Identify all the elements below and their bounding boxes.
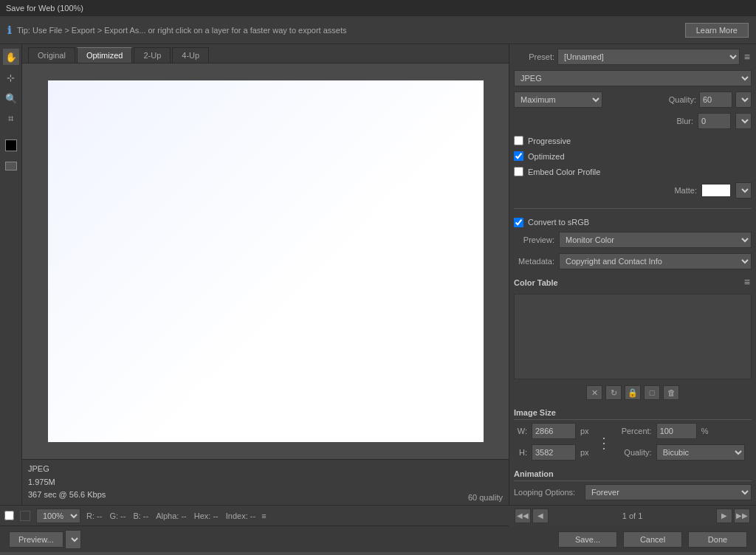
ct-refresh-btn[interactable]: ↻ (605, 385, 622, 400)
tab-original[interactable]: Original (28, 47, 75, 63)
ct-delete-btn[interactable]: ✕ (586, 385, 602, 400)
size-inputs-row: W: px H: px ⋮ Percent: (514, 423, 752, 463)
optimized-checkbox[interactable] (514, 151, 523, 161)
percent-input[interactable] (656, 423, 697, 439)
blur-dropdown[interactable]: ▼ (735, 113, 752, 129)
zoom-select[interactable]: 25% 50% 100% 200% 400% (36, 509, 80, 523)
nav-last-btn[interactable]: ▶▶ (734, 509, 750, 523)
progressive-row: Progressive (514, 136, 752, 145)
embed-color-checkbox[interactable] (514, 167, 523, 176)
w-px-label: px (580, 427, 589, 435)
matte-swatch[interactable] (701, 184, 731, 197)
status-bar-left: 25% 50% 100% 200% 400% R: -- G: -- B: --… (0, 509, 509, 523)
toggle-slices[interactable] (3, 158, 19, 174)
compression-quality-row: Low Medium High Very High Maximum Qualit… (514, 92, 752, 108)
image-info: JPEG 1.975M 367 sec @ 56.6 Kbps 60 quali… (22, 459, 509, 505)
nav-next-btn[interactable]: ▶ (716, 509, 732, 523)
canvas-image (48, 80, 484, 442)
chain-icon: ⋮ (597, 435, 611, 450)
ct-add-btn[interactable]: □ (644, 385, 660, 400)
footer-center: Save... Cancel Done (558, 531, 747, 548)
preset-label: Preset: (514, 52, 554, 61)
tab-optimized[interactable]: Optimized (77, 47, 133, 63)
nav-arrows-left: ◀◀ ◀ (515, 509, 549, 523)
ct-lock-btn[interactable]: 🔒 (625, 385, 641, 400)
embed-color-label: Embed Color Profile (528, 168, 600, 176)
compression-select[interactable]: Low Medium High Very High Maximum (514, 92, 602, 108)
nav-first-btn[interactable]: ◀◀ (515, 509, 531, 523)
h-px-label: px (580, 448, 589, 457)
hex-label: Hex: -- (194, 511, 219, 520)
color-table-header: Color Table ≡ (514, 275, 752, 289)
embed-color-row: Embed Color Profile (514, 167, 752, 176)
image-format: JPEG (28, 463, 106, 476)
footer-left: Preview... ▼ (9, 530, 81, 549)
save-button[interactable]: Save... (558, 531, 617, 548)
animation-title: Animation (514, 467, 752, 481)
image-quality-badge: 60 quality (468, 493, 503, 502)
percent-row: Percent: % (619, 423, 752, 439)
quality-input[interactable] (699, 92, 732, 108)
g-label: G: -- (109, 511, 126, 520)
b-label: B: -- (133, 511, 148, 520)
hand-tool[interactable]: ✋ (3, 49, 19, 65)
format-select[interactable]: JPEG GIF PNG-8 PNG-24 WBMP (514, 70, 752, 86)
convert-srgb-checkbox[interactable] (514, 218, 523, 227)
image-filesize: 1.975M (28, 476, 106, 489)
info-icon: ℹ (7, 24, 11, 36)
metadata-select[interactable]: None Copyright Copyright and Contact Inf… (559, 253, 752, 269)
ct-trash-btn[interactable]: 🗑 (663, 385, 679, 400)
color-values: R: -- G: -- B: -- Alpha: -- Hex: -- Inde… (86, 511, 255, 520)
preview-button[interactable]: Preview... (9, 531, 63, 548)
format-row: JPEG GIF PNG-8 PNG-24 WBMP (514, 70, 752, 86)
percent-label: Percent: (619, 427, 652, 435)
image-timeinfo: 367 sec @ 56.6 Kbps (28, 489, 106, 502)
quality-label: Quality: (669, 95, 696, 104)
preset-select[interactable]: [Unnamed] GIF 128 Dithered JPEG High JPE… (557, 49, 740, 65)
tabs-bar: Original Optimized 2-Up 4-Up (22, 44, 509, 63)
progressive-checkbox[interactable] (514, 136, 523, 145)
foreground-color[interactable] (3, 137, 19, 154)
status-box (20, 511, 30, 521)
eyedropper-tool[interactable]: ⌗ (3, 111, 19, 127)
quality-dropdown-small[interactable]: ▼ (735, 92, 752, 108)
preview-select[interactable]: Monitor Color Legacy Macintosh Internet … (559, 232, 752, 248)
preview-dropdown[interactable]: ▼ (65, 530, 81, 549)
bottom-nav: ◀◀ ◀ 1 of 1 ▶ ▶▶ (509, 506, 756, 526)
learn-more-button[interactable]: Learn More (685, 23, 749, 38)
width-input[interactable] (532, 423, 576, 439)
matte-dropdown[interactable]: ▼ (735, 182, 752, 199)
slice-menu-icon[interactable]: ≡ (261, 511, 266, 520)
done-button[interactable]: Done (688, 531, 747, 548)
zoom-tool[interactable]: 🔍 (3, 90, 19, 106)
convert-srgb-label: Convert to sRGB (528, 218, 589, 227)
marquee-tool[interactable]: ⊹ (3, 69, 19, 86)
image-info-left: JPEG 1.975M 367 sec @ 56.6 Kbps (28, 463, 106, 502)
color-table-menu-icon[interactable]: ≡ (743, 275, 752, 289)
height-input[interactable] (532, 444, 576, 461)
alpha-label: Alpha: -- (156, 511, 187, 520)
tab-4up[interactable]: 4-Up (172, 47, 209, 63)
preset-menu-icon[interactable]: ≡ (743, 49, 752, 64)
blur-input[interactable] (698, 113, 731, 129)
nav-prev-btn[interactable]: ◀ (532, 509, 549, 523)
status-checkbox[interactable] (4, 511, 14, 520)
looping-select[interactable]: Once Forever Other... (585, 484, 752, 500)
h-label: H: (514, 448, 527, 457)
image-size-title: Image Size (514, 406, 752, 420)
cancel-button[interactable]: Cancel (623, 531, 682, 548)
matte-row: Matte: ▼ (514, 182, 752, 199)
quality-dropdown[interactable]: Nearest Neighbor Bilinear Bicubic Bicubi… (656, 444, 745, 461)
color-table-area (514, 294, 752, 379)
canvas-area (22, 63, 509, 459)
looping-label: Looping Options: (514, 488, 580, 497)
window-title: Save for Web (100%) (6, 4, 83, 13)
tab-2up[interactable]: 2-Up (134, 47, 171, 63)
tip-bar: ℹ Tip: Use File > Export > Export As... … (0, 16, 756, 44)
convert-srgb-row: Convert to sRGB (514, 218, 752, 227)
image-size-section: Image Size W: px H: px ⋮ (514, 406, 752, 463)
combined-status-bar: 25% 50% 100% 200% 400% R: -- G: -- B: --… (0, 505, 756, 525)
preset-row: Preset: [Unnamed] GIF 128 Dithered JPEG … (514, 49, 752, 65)
blur-row: Blur: ▼ (514, 113, 752, 129)
animation-section: Animation Looping Options: Once Forever … (514, 467, 752, 500)
